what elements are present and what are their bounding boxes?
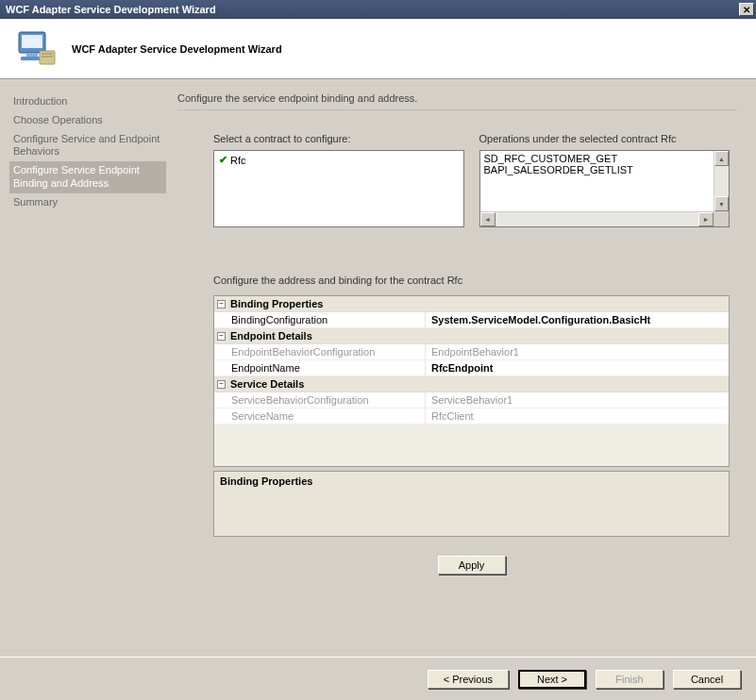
titlebar: WCF Adapter Service Development Wizard ✕ [0, 0, 756, 19]
finish-button: Finish [596, 670, 664, 689]
cancel-button[interactable]: Cancel [673, 670, 741, 689]
apply-button[interactable]: Apply [438, 556, 506, 575]
svg-rect-5 [42, 53, 53, 55]
svg-rect-2 [26, 53, 38, 57]
property-name: EndpointBehaviorConfiguration [214, 344, 426, 359]
page-heading: Configure the service endpoint binding a… [177, 92, 737, 110]
footer-buttons: < Previous Next > Finish Cancel [0, 657, 756, 700]
category-label: Endpoint Details [230, 330, 312, 342]
chevron-up-icon: ▲ [718, 156, 725, 162]
property-row[interactable]: EndpointBehaviorConfiguration EndpointBe… [214, 344, 729, 360]
property-name: ServiceName [214, 408, 426, 424]
sidebar-item-introduction[interactable]: Introduction [9, 92, 166, 111]
main-panel: Configure the service endpoint binding a… [170, 79, 756, 657]
scroll-right-button[interactable]: ► [698, 212, 714, 226]
contract-name: Rfc [230, 155, 246, 166]
vertical-scrollbar[interactable]: ▲ ▼ [714, 151, 729, 211]
operation-item[interactable]: SD_RFC_CUSTOMER_GET [484, 153, 711, 164]
scroll-left-button[interactable]: ◄ [480, 212, 496, 226]
property-value: ServiceBehavior1 [426, 392, 729, 408]
collapse-icon[interactable]: − [217, 380, 226, 389]
close-icon: ✕ [743, 5, 750, 15]
sidebar-item-configure-behaviors[interactable]: Configure Service and Endpoint Behaviors [9, 130, 166, 162]
property-value: RfcClient [426, 408, 729, 424]
scrollbar-corner [714, 211, 729, 226]
collapse-icon[interactable]: − [217, 332, 226, 341]
operations-label: Operations under the selected contract R… [479, 133, 731, 144]
collapse-icon[interactable]: − [217, 300, 226, 308]
property-name: ServiceBehaviorConfiguration [214, 392, 426, 408]
header-title: WCF Adapter Service Development Wizard [72, 43, 282, 55]
wizard-computer-icon [13, 26, 59, 72]
operations-listbox[interactable]: SD_RFC_CUSTOMER_GET BAPI_SALESORDER_GETL… [479, 150, 731, 227]
description-title: Binding Properties [220, 475, 723, 487]
sidebar-item-choose-operations[interactable]: Choose Operations [9, 111, 166, 130]
operation-item[interactable]: BAPI_SALESORDER_GETLIST [484, 164, 711, 175]
svg-rect-1 [22, 35, 42, 48]
chevron-left-icon: ◄ [484, 216, 491, 223]
chevron-down-icon: ▼ [718, 201, 725, 208]
previous-button[interactable]: < Previous [428, 670, 509, 689]
category-binding-properties[interactable]: − Binding Properties [214, 296, 729, 312]
sidebar-item-label: Choose Operations [13, 114, 103, 125]
category-label: Service Details [230, 378, 304, 390]
sidebar-item-label: Configure Service and Endpoint Behaviors [13, 133, 160, 158]
property-row[interactable]: ServiceBehaviorConfiguration ServiceBeha… [214, 392, 729, 408]
close-button[interactable]: ✕ [739, 3, 754, 16]
sidebar-item-label: Configure Service Endpoint Binding and A… [13, 164, 140, 189]
sidebar-item-label: Summary [13, 196, 58, 208]
property-value: EndpointBehavior1 [426, 344, 729, 359]
sidebar: Introduction Choose Operations Configure… [0, 79, 170, 657]
horizontal-scrollbar[interactable]: ◄ ► [480, 211, 714, 226]
header-panel: WCF Adapter Service Development Wizard [0, 19, 756, 79]
property-value[interactable]: System.ServiceModel.Configuration.BasicH… [426, 312, 729, 327]
sidebar-item-label: Introduction [13, 95, 67, 107]
property-row[interactable]: BindingConfiguration System.ServiceModel… [214, 312, 729, 328]
property-value[interactable]: RfcEndpoint [426, 360, 729, 375]
property-name: EndpointName [214, 360, 426, 375]
sidebar-item-configure-endpoint[interactable]: Configure Service Endpoint Binding and A… [9, 161, 166, 193]
sidebar-item-summary[interactable]: Summary [9, 193, 166, 212]
scroll-up-button[interactable]: ▲ [714, 151, 729, 166]
checkmark-icon: ✔ [219, 154, 227, 166]
config-label: Configure the address and binding for th… [213, 275, 730, 286]
property-grid[interactable]: − Binding Properties BindingConfiguratio… [213, 295, 730, 467]
category-label: Binding Properties [230, 298, 323, 309]
category-service-details[interactable]: − Service Details [214, 376, 729, 392]
contract-listbox[interactable]: ✔ Rfc [213, 150, 464, 227]
scroll-down-button[interactable]: ▼ [714, 196, 729, 211]
property-name: BindingConfiguration [214, 312, 426, 327]
content-area: Introduction Choose Operations Configure… [0, 79, 756, 657]
window-title: WCF Adapter Service Development Wizard [6, 4, 216, 15]
description-panel: Binding Properties [213, 471, 730, 537]
property-row[interactable]: EndpointName RfcEndpoint [214, 360, 729, 376]
contract-item[interactable]: ✔ Rfc [216, 153, 462, 167]
category-endpoint-details[interactable]: − Endpoint Details [214, 328, 729, 344]
chevron-right-icon: ► [703, 216, 710, 223]
svg-rect-6 [42, 56, 53, 58]
property-row[interactable]: ServiceName RfcClient [214, 408, 729, 425]
next-button[interactable]: Next > [518, 670, 586, 689]
contract-label: Select a contract to configure: [213, 133, 464, 144]
